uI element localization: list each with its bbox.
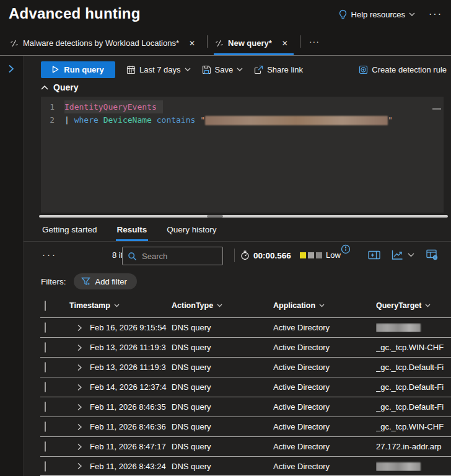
application-cell: Active Directory	[273, 323, 376, 332]
usage-label: Low	[326, 250, 341, 260]
query-duration: 00:00.566	[240, 250, 291, 260]
row-expand-icon[interactable]	[69, 462, 90, 470]
results-more-button[interactable]: ···	[42, 249, 57, 260]
chevron-down-icon[interactable]	[408, 253, 414, 257]
query-icon	[10, 40, 19, 47]
actiontype-cell: DNS query	[172, 422, 273, 431]
query-editor[interactable]: 1IdentityQueryEvents2| where DeviceName …	[41, 97, 444, 213]
timestamp-cell: Feb 11, 2026 8:43:24	[90, 462, 172, 471]
search-icon	[128, 252, 137, 261]
tab-malware-detections[interactable]: Malware detections by Workload Locations…	[9, 33, 201, 55]
timestamp-cell: Feb 14, 2026 12:37:4	[90, 382, 172, 392]
play-icon	[52, 66, 59, 73]
column-header-application[interactable]: Application	[273, 301, 376, 310]
actiontype-cell: DNS query	[172, 442, 273, 451]
customize-columns-icon[interactable]	[426, 249, 438, 260]
tab-overflow-button[interactable]: ···	[309, 37, 320, 46]
row-checkbox[interactable]	[45, 441, 46, 452]
info-icon[interactable]	[341, 244, 351, 254]
application-cell: Active Directory	[273, 422, 376, 431]
column-header-actiontype[interactable]: ActionType	[172, 301, 273, 310]
add-filter-button[interactable]: Add filter	[74, 273, 137, 289]
workspace: Run query Last 7 days	[0, 56, 451, 476]
table-row[interactable]: Feb 11, 2026 8:47:17 DNS query Active Di…	[40, 436, 451, 456]
chevron-down-icon	[217, 304, 222, 307]
timestamp-cell: Feb 11, 2026 8:47:17	[90, 442, 172, 451]
row-expand-icon[interactable]	[69, 344, 90, 351]
table-row[interactable]: Feb 13, 2026 11:19:3 DNS query Active Di…	[40, 337, 451, 357]
create-detection-rule-button[interactable]: Create detection rule	[359, 65, 447, 74]
search-input[interactable]	[142, 252, 210, 261]
close-icon[interactable]: ✕	[187, 39, 197, 48]
tab-results[interactable]: Results	[116, 221, 149, 241]
table-row[interactable]: Feb 16, 2026 9:15:54 DNS query Active Di…	[40, 317, 451, 337]
row-checkbox[interactable]	[45, 322, 46, 333]
tab-new-query[interactable]: New query* ✕	[214, 33, 294, 55]
duration-value: 00:00.566	[253, 251, 291, 260]
row-checkbox[interactable]	[45, 342, 46, 353]
tab-getting-started[interactable]: Getting started	[41, 221, 99, 241]
filters-row: Filters: Add filter	[24, 269, 451, 294]
actiontype-cell: DNS query	[172, 343, 273, 352]
table-row[interactable]: Feb 14, 2026 12:37:4 DNS query Active Di…	[40, 377, 451, 397]
table-body: Feb 16, 2026 9:15:54 DNS query Active Di…	[40, 317, 451, 476]
timestamp-cell: Feb 13, 2026 11:19:3	[90, 343, 172, 352]
usage-square-2	[308, 252, 314, 258]
table-row[interactable]: Feb 11, 2026 8:46:35 DNS query Active Di…	[40, 397, 451, 416]
column-header-timestamp[interactable]: Timestamp	[69, 301, 172, 310]
row-expand-icon[interactable]	[69, 384, 90, 391]
application-cell: Active Directory	[273, 382, 376, 392]
tab-label: New query*	[228, 38, 272, 48]
tab-query-history[interactable]: Query history	[165, 221, 217, 241]
save-icon	[202, 65, 211, 74]
row-expand-icon[interactable]	[69, 324, 90, 332]
querytarget-cell	[376, 461, 451, 471]
lightbulb-icon	[338, 9, 348, 20]
toolbar-separator	[234, 249, 235, 262]
share-link-button[interactable]: Share link	[254, 65, 303, 74]
editor-hscrollbar[interactable]	[39, 214, 448, 219]
command-bar: Run query Last 7 days	[24, 56, 451, 79]
filters-label: Filters:	[41, 277, 66, 286]
calendar-icon	[126, 65, 136, 74]
chevron-down-icon	[319, 304, 325, 307]
actiontype-cell: DNS query	[172, 462, 273, 471]
querytarget-cell: _gc._tcp.Default-Fi	[376, 402, 451, 412]
code-lines: 1IdentityQueryEvents2| where DeviceName …	[41, 100, 444, 126]
run-query-button[interactable]: Run query	[41, 61, 115, 78]
table-row[interactable]: Feb 13, 2026 11:19:3 DNS query Active Di…	[40, 357, 451, 377]
header-more-button[interactable]: ···	[429, 9, 442, 20]
row-checkbox[interactable]	[45, 382, 46, 392]
row-checkbox[interactable]	[45, 362, 46, 372]
querytarget-cell: _gc._tcp.Default-Fi	[376, 363, 451, 372]
scrollbar-track[interactable]	[39, 215, 448, 218]
usage-square-1	[300, 252, 306, 258]
chart-type-icon[interactable]	[392, 250, 403, 260]
header-actions: Help resources ···	[338, 9, 442, 20]
row-checkbox[interactable]	[45, 461, 46, 472]
query-section-toggle[interactable]: Query	[24, 79, 451, 95]
help-resources-button[interactable]: Help resources	[338, 9, 415, 20]
export-results-icon[interactable]	[368, 250, 380, 260]
select-all-checkbox[interactable]	[45, 301, 46, 311]
table-row[interactable]: Feb 11, 2026 8:43:24 DNS query Active Di…	[40, 456, 451, 476]
table-row[interactable]: Feb 11, 2026 8:46:36 DNS query Active Di…	[40, 416, 451, 436]
time-range-dropdown[interactable]: Last 7 days	[126, 65, 191, 74]
row-expand-icon[interactable]	[69, 403, 90, 411]
close-icon[interactable]: ✕	[280, 39, 290, 48]
application-cell: Active Directory	[273, 402, 376, 412]
chevron-down-icon	[409, 12, 415, 16]
row-expand-icon[interactable]	[69, 443, 90, 451]
row-checkbox[interactable]	[45, 402, 46, 412]
scrollbar-thumb[interactable]	[207, 215, 223, 218]
row-expand-icon[interactable]	[69, 423, 90, 431]
save-dropdown[interactable]: Save	[202, 65, 243, 74]
row-checkbox[interactable]	[45, 421, 46, 432]
querytarget-cell: _gc._tcp.WIN-CHF	[376, 343, 451, 352]
share-icon	[254, 65, 263, 74]
row-expand-icon[interactable]	[69, 364, 90, 371]
expand-schema-pane-icon[interactable]	[6, 64, 16, 74]
column-header-querytarget[interactable]: QueryTarget	[376, 301, 451, 310]
search-box	[122, 247, 223, 265]
query-icon	[215, 40, 224, 47]
